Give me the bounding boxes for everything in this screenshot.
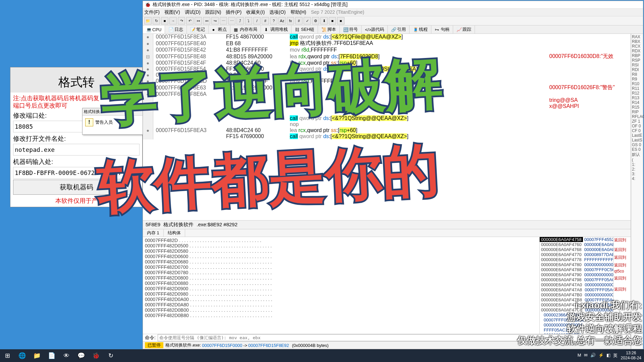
toolbar-button[interactable]: ↪ — [211, 17, 219, 24]
register-label[interactable]: CF 0 — [632, 128, 642, 133]
register-label[interactable]: R9 — [632, 77, 642, 81]
disasm-row[interactable]: ●00007FF6D15F8E6348:8D15 8E980000lea 000… — [143, 84, 631, 91]
tab-内存布局[interactable]: ▦内存布局 — [230, 25, 261, 34]
taskbar-button[interactable]: ↻ — [103, 349, 118, 362]
toolbar-button[interactable]: → — [169, 17, 177, 24]
stack-row[interactable]: FFFF05AC1211 — [540, 327, 613, 333]
stack-row[interactable]: 000000E6A0AF47B800007FFF05ACB26B — [540, 297, 613, 302]
status-addr-from[interactable]: 00007FF6D15F0000 — [202, 343, 242, 348]
command-input[interactable] — [158, 334, 631, 341]
register-label[interactable]: R15 — [632, 105, 642, 110]
disasm-row[interactable]: ●00007FF6D15F8E4241:B8 FFFFFFFFmov r8d,F… — [143, 47, 631, 53]
toolbar-button[interactable]: # — [295, 17, 303, 24]
dump-row[interactable]: 00007FFF482D0A80 . . . . . . . . . . . .… — [145, 302, 537, 307]
tab-句柄[interactable]: 🗝句柄 — [431, 25, 453, 34]
disasm-row[interactable]: tring@@SA — [143, 97, 631, 103]
register-label[interactable]: 4: — [632, 176, 642, 181]
register-label[interactable]: R11 — [632, 86, 642, 91]
register-label[interactable]: GS 0 — [632, 142, 642, 147]
register-label[interactable]: R8 — [632, 72, 642, 77]
menu-item[interactable]: 跟踪(N) — [205, 9, 221, 15]
register-label[interactable]: R14 — [632, 100, 642, 105]
register-label[interactable]: RBP — [632, 53, 642, 58]
stack-row[interactable]: 000000E6A0AF47A00000000000000000 — [540, 282, 613, 287]
bottom-tab[interactable]: 结构体 — [164, 229, 185, 237]
disasm-row[interactable]: FF15 — [143, 109, 631, 115]
register-label[interactable]: LastE — [632, 133, 642, 138]
menu-item[interactable]: 选项(O) — [269, 9, 285, 15]
stack-row[interactable]: 000000E6A0AF4778FFFFFFFFFFFFFFFE — [540, 257, 613, 262]
taskbar-button[interactable]: 🐞 — [89, 349, 103, 362]
dump-row[interactable]: 00007FFF482D0680 . . . . . . . . . . . .… — [145, 259, 537, 264]
toolbar-button[interactable]: ⋯ — [228, 17, 235, 24]
stack-row[interactable]: 0000000000000004 — [540, 322, 613, 327]
register-label[interactable]: OF 0 — [632, 124, 642, 128]
stack-row[interactable]: 000000E6A0AF47800000000000000001 — [540, 262, 613, 267]
register-label[interactable]: R10 — [632, 81, 642, 86]
stack-row[interactable]: 000000E6A0AF475800007FFF45526B3C — [540, 237, 613, 242]
tab-调用堆栈[interactable]: ⬇调用堆栈 — [261, 25, 291, 34]
dump-row[interactable]: 00007FFF482D0700 . . . . . . . . . . . .… — [145, 264, 537, 270]
disasm-row[interactable]: ●00007FF6D15F8E40EB 68jmp 格式转换软件.7FF6D15… — [143, 40, 631, 47]
stack-row[interactable]: 000000E6A0AF479800007FFF05ACB378 — [540, 277, 613, 282]
tray-icon[interactable]: 🔊 — [590, 353, 596, 359]
filename-input[interactable] — [13, 144, 140, 156]
toolbar-button[interactable]: ↷ — [178, 17, 185, 24]
toolbar-button[interactable]: ⋯ — [220, 17, 227, 24]
toolbar-button[interactable]: # — [262, 17, 269, 24]
tray-icon[interactable]: 英 — [613, 353, 618, 359]
tab-脚本[interactable]: 📜脚本 — [318, 25, 340, 34]
toolbar-button[interactable]: ■ — [161, 17, 168, 24]
register-label[interactable]: ZF 1 — [632, 119, 642, 124]
menu-item[interactable]: 收藏夹(I) — [246, 9, 265, 15]
register-label[interactable]: RAX — [632, 35, 642, 39]
registers-panel[interactable]: RAXRBXRCXRDXRBPRSPRSIRDIR8R9R10R11R12R13… — [631, 34, 643, 349]
stack-view[interactable]: 000000E6A0AF475800007FFF45526B3C000000E6… — [539, 237, 613, 334]
stack-row[interactable]: 000000E6A0AF47C000007FFF0586C3B8 — [540, 302, 613, 307]
disasm-row[interactable]: ●00007FF6D15F8E54FF15 06660000call qword… — [143, 66, 631, 72]
tray-icon[interactable]: ⚡ — [598, 353, 604, 359]
tab-SEH链[interactable]: ⛓SEH链 — [291, 25, 318, 34]
toolbar-button[interactable]: / — [253, 17, 261, 24]
toolbar-button[interactable]: ✓ — [304, 17, 311, 24]
register-label[interactable]: RSI — [632, 63, 642, 67]
menu-item[interactable]: 文件(F) — [144, 9, 160, 15]
register-label[interactable]: 默认 ( — [632, 152, 642, 162]
toolbar-button[interactable]: 📁 — [144, 17, 152, 24]
register-label[interactable]: ES 0 — [632, 147, 642, 152]
stack-row[interactable]: 000000E6A0AF47C80000000000000000 — [540, 307, 613, 312]
toolbar-button[interactable]: ↶ — [186, 17, 194, 24]
dump-row[interactable]: 00007FFF482D0980 . . . . . . . . . . . .… — [145, 291, 537, 297]
stack-row[interactable]: 000000E6A0AF4770000008977DAE709E — [540, 252, 613, 257]
disasm-row[interactable]: x@@SAHPI — [143, 103, 631, 109]
disasm-row[interactable]: FF15 47690000call qword ptr ds:[<&??1QSt… — [143, 133, 631, 139]
disasm-row[interactable]: ●00007FF6D15F8E5D41:B8 FFFFFFFFmov r8d,F… — [143, 78, 631, 84]
dump-row[interactable]: 00007FFF482D0B00 . . . . . . . . . . . .… — [145, 307, 537, 313]
toolbar-button[interactable]: ⤴ — [236, 17, 244, 24]
toolbar-button[interactable]: ↻ — [153, 17, 160, 24]
register-label[interactable]: RSP — [632, 58, 642, 63]
register-label[interactable]: 3: — [632, 172, 642, 176]
dump-row[interactable]: 00007FFF482D . . . . . . . . . . . . . .… — [145, 238, 537, 243]
dump-row[interactable]: 00007FFF482D0580 . . . . . . . . . . . .… — [145, 248, 537, 254]
tray-icon[interactable]: ◧ — [606, 353, 610, 359]
toolbar-button[interactable]: ■ — [329, 17, 336, 24]
menu-item[interactable]: 视图(V) — [164, 9, 180, 15]
register-label[interactable]: LastS — [632, 138, 642, 142]
register-label[interactable]: RFLAG — [632, 114, 642, 119]
tray-icon[interactable]: M — [578, 353, 581, 359]
toolbar-button[interactable]: Az — [278, 17, 286, 24]
disasm-row[interactable]: ●00007FF6D15F8E4F48:8D4C24 60lea rcx,qwo… — [143, 60, 631, 66]
tab-源代码[interactable]: </>源代码 — [362, 25, 388, 34]
taskbar-button[interactable]: 🌐 — [15, 349, 30, 362]
register-label[interactable]: RDX — [632, 49, 642, 53]
dump-row[interactable]: 00007FFF482D0780 . . . . . . . . . . . .… — [145, 270, 537, 275]
menu-item[interactable]: 帮助(H) — [290, 9, 306, 15]
toolbar-button[interactable]: ? — [270, 17, 277, 24]
toolbar-button[interactable]: ↦ — [195, 17, 202, 24]
disassembly-view[interactable]: ●00007FF6D15F8E3AFF15 48670000call qword… — [143, 34, 631, 220]
clock[interactable]: 13:26 2024-08-24 — [621, 351, 641, 361]
status-addr-to[interactable]: 00007FF6D15F8E92 — [248, 343, 289, 348]
dump-row[interactable]: 00007FFF482D0A00 . . . . . . . . . . . .… — [145, 297, 537, 302]
register-label[interactable]: R12 — [632, 91, 642, 96]
